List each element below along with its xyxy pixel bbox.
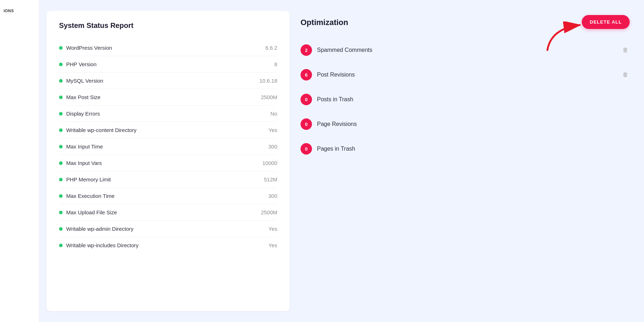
status-dot bbox=[59, 63, 63, 66]
status-label: Writable wp-includes Directory bbox=[59, 242, 138, 248]
status-item: Display Errors No bbox=[59, 106, 277, 122]
status-item: Max Upload File Size 2500M bbox=[59, 204, 277, 221]
status-value: Yes bbox=[269, 226, 277, 232]
status-label: PHP Version bbox=[59, 61, 97, 67]
status-item: PHP Memory Limit 512M bbox=[59, 171, 277, 188]
status-value: 2500M bbox=[261, 94, 277, 100]
status-value: 2500M bbox=[261, 209, 277, 215]
status-label-text: PHP Version bbox=[66, 61, 97, 67]
status-label-text: Display Errors bbox=[66, 111, 100, 117]
status-label: Max Execution Time bbox=[59, 193, 114, 199]
status-label-text: Max Input Time bbox=[66, 143, 103, 150]
status-dot bbox=[59, 194, 63, 198]
status-dot bbox=[59, 79, 63, 83]
opt-count-badge: 0 bbox=[301, 94, 312, 105]
status-value: No bbox=[270, 111, 277, 117]
status-dot bbox=[59, 128, 63, 132]
system-status-title: System Status Report bbox=[59, 21, 277, 30]
opt-label-text: Page Revisions bbox=[317, 121, 630, 127]
status-item: Max Input Time 300 bbox=[59, 138, 277, 155]
left-panel: System Status Report WordPress Version 6… bbox=[47, 11, 290, 311]
status-item: PHP Version 8 bbox=[59, 56, 277, 73]
opt-item: 0 Page Revisions bbox=[301, 112, 630, 137]
opt-count-badge: 6 bbox=[301, 69, 312, 80]
status-value: 10.6.18 bbox=[259, 78, 277, 84]
status-label: PHP Memory Limit bbox=[59, 176, 111, 182]
status-dot bbox=[59, 96, 63, 99]
status-label-text: Max Post Size bbox=[66, 94, 101, 100]
status-dot bbox=[59, 211, 63, 214]
opt-label-text: Post Revisions bbox=[317, 72, 616, 78]
status-label-text: WordPress Version bbox=[66, 45, 112, 51]
status-label-text: Max Execution Time bbox=[66, 193, 114, 199]
status-dot bbox=[59, 178, 63, 181]
status-label-text: Writable wp-includes Directory bbox=[66, 242, 138, 248]
sidebar-title: IONS bbox=[4, 9, 14, 13]
opt-label-text: Spammed Comments bbox=[317, 47, 616, 53]
opt-item: 6 Post Revisions 🗑 bbox=[301, 63, 630, 87]
status-label: Writable wp-admin Directory bbox=[59, 226, 133, 232]
sidebar: IONS bbox=[0, 0, 39, 322]
status-item: Max Input Vars 10000 bbox=[59, 155, 277, 171]
status-value: 300 bbox=[268, 143, 277, 150]
status-item: Writable wp-content Directory Yes bbox=[59, 122, 277, 138]
opt-label-text: Pages in Trash bbox=[317, 146, 630, 152]
opt-item: 0 Posts in Trash bbox=[301, 87, 630, 112]
status-label: Writable wp-content Directory bbox=[59, 127, 136, 133]
opt-item: 2 Spammed Comments 🗑 bbox=[301, 38, 630, 63]
status-label: Max Post Size bbox=[59, 94, 101, 100]
optimization-list: 2 Spammed Comments 🗑 6 Post Revisions 🗑 … bbox=[301, 38, 630, 161]
trash-icon[interactable]: 🗑 bbox=[621, 45, 630, 55]
status-label: WordPress Version bbox=[59, 45, 112, 51]
status-label: MySQL Version bbox=[59, 78, 103, 84]
main-content: System Status Report WordPress Version 6… bbox=[39, 0, 644, 322]
status-item: MySQL Version 10.6.18 bbox=[59, 73, 277, 89]
status-item: Max Execution Time 300 bbox=[59, 188, 277, 204]
opt-count-badge: 2 bbox=[301, 44, 312, 56]
status-value: Yes bbox=[269, 127, 277, 133]
optimization-title: Optimization bbox=[301, 18, 630, 27]
right-panel: Optimization DELETE ALL 2 Spammed Commen… bbox=[297, 11, 637, 311]
status-label-text: Writable wp-content Directory bbox=[66, 127, 136, 133]
trash-icon[interactable]: 🗑 bbox=[621, 70, 630, 79]
status-dot bbox=[59, 112, 63, 116]
status-dot bbox=[59, 244, 63, 247]
status-item: Max Post Size 2500M bbox=[59, 89, 277, 106]
status-label-text: MySQL Version bbox=[66, 78, 103, 84]
status-dot bbox=[59, 161, 63, 165]
status-dot bbox=[59, 227, 63, 231]
opt-label-text: Posts in Trash bbox=[317, 96, 630, 103]
status-value: 8 bbox=[274, 61, 277, 67]
status-item: Writable wp-includes Directory Yes bbox=[59, 237, 277, 253]
status-item: WordPress Version 6.6.2 bbox=[59, 40, 277, 56]
opt-count-badge: 0 bbox=[301, 118, 312, 130]
status-value: 300 bbox=[268, 193, 277, 199]
status-label: Max Upload File Size bbox=[59, 209, 117, 215]
status-value: Yes bbox=[269, 242, 277, 248]
status-dot bbox=[59, 46, 63, 50]
status-label: Max Input Time bbox=[59, 143, 103, 150]
status-value: 6.6.2 bbox=[265, 45, 277, 51]
status-dot bbox=[59, 145, 63, 148]
status-label-text: Max Input Vars bbox=[66, 160, 102, 166]
opt-count-badge: 0 bbox=[301, 143, 312, 155]
status-value: 10000 bbox=[262, 160, 277, 166]
status-list: WordPress Version 6.6.2 PHP Version 8 My… bbox=[59, 40, 277, 253]
status-label-text: Max Upload File Size bbox=[66, 209, 117, 215]
delete-all-button[interactable]: DELETE ALL bbox=[582, 15, 630, 29]
status-value: 512M bbox=[264, 176, 277, 182]
status-item: Writable wp-admin Directory Yes bbox=[59, 221, 277, 237]
status-label-text: Writable wp-admin Directory bbox=[66, 226, 133, 232]
status-label: Max Input Vars bbox=[59, 160, 102, 166]
opt-item: 0 Pages in Trash bbox=[301, 137, 630, 161]
status-label: Display Errors bbox=[59, 111, 100, 117]
status-label-text: PHP Memory Limit bbox=[66, 176, 111, 182]
